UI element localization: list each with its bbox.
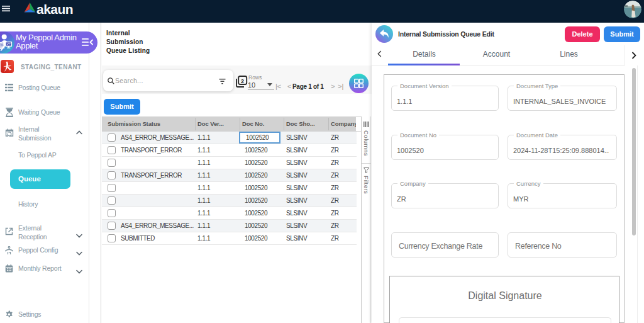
svg-text:2: 2: [241, 78, 244, 84]
